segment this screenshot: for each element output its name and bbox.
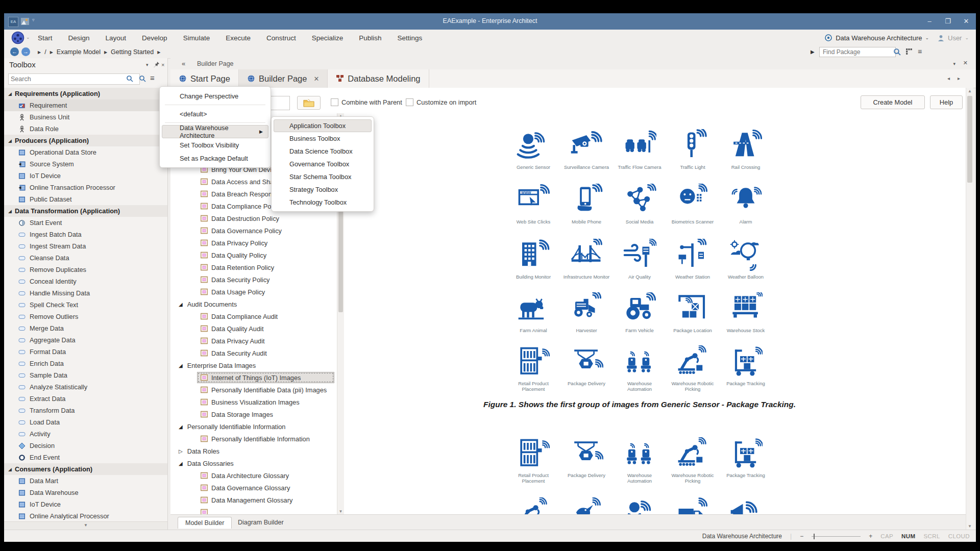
diagram-image[interactable]: Alarm (719, 184, 772, 224)
ribbon-tab-start[interactable]: Start (37, 33, 54, 43)
submenu-item[interactable]: Strategy Toolbox (274, 183, 372, 196)
toolbox-item[interactable]: IoT Device (4, 498, 167, 510)
tree-item[interactable]: Data Management Glossary (170, 494, 344, 506)
tree-item[interactable]: Data Usage Policy (170, 286, 344, 298)
toolbox-item[interactable]: Data Warehouse (4, 487, 167, 498)
tree-item[interactable]: Data Architecture Glossary (170, 469, 344, 482)
toolbox-item[interactable]: Source System (4, 158, 167, 170)
diagram-scrollbar-thumb[interactable] (967, 96, 972, 183)
toolbox-item[interactable]: Format Data (4, 346, 167, 358)
tree-item[interactable]: Personally Identifiable Information (170, 433, 344, 445)
diagram-image[interactable]: Farm Vehicle (613, 292, 666, 333)
toolbox-item[interactable]: Ingest Stream Data (4, 240, 167, 252)
tree-item[interactable]: Internet of Things (IoT) Images (170, 371, 344, 384)
toolbox-item[interactable]: Load Data (4, 416, 167, 428)
diagram-image[interactable]: Weather Balloon (719, 239, 772, 280)
toolbox-item[interactable]: Operational Data Store (4, 146, 167, 158)
user-menu[interactable]: User (948, 34, 962, 42)
customize-on-import-checkbox[interactable]: Customize on import (406, 98, 476, 106)
toolbox-item[interactable]: Activity (4, 428, 167, 440)
toolbox-item[interactable]: Conceal Identity (4, 276, 167, 287)
tab-scroll-left-icon[interactable]: ◂ (947, 76, 950, 81)
menu-item[interactable]: <default> (162, 107, 268, 120)
toolbox-item[interactable]: Online Analytical Processor (4, 510, 167, 522)
document-tab[interactable]: Start Page (170, 69, 239, 88)
toolbox-item[interactable]: Remove Duplicates (4, 264, 167, 276)
zoom-in-button[interactable]: + (869, 533, 872, 540)
close-button[interactable]: ✕ (959, 16, 974, 27)
collapse-pane-icon[interactable]: « (182, 60, 185, 67)
diagram-image[interactable]: Social Media (613, 184, 666, 224)
breadcrumb-item[interactable]: Getting Started (111, 48, 154, 56)
zoom-out-button[interactable]: − (800, 533, 803, 540)
ea-logo-icon[interactable] (11, 31, 24, 44)
submenu-item[interactable]: Business Toolbox (274, 132, 372, 145)
tree-item[interactable]: Data Governance Policy (170, 224, 344, 237)
checkbox-box[interactable] (331, 98, 338, 106)
menu-item[interactable]: Set as Package Default (162, 152, 268, 165)
menu-item[interactable]: Set Toolbox Visibility (162, 138, 268, 152)
tree-item[interactable]: Data Storage Images (170, 408, 344, 420)
diagram-image[interactable]: Building Monitor (507, 239, 560, 280)
ribbon-tab-settings[interactable]: Settings (397, 33, 424, 43)
toolbox-item[interactable]: Ingest Batch Data (4, 229, 167, 240)
breadcrumb-item[interactable]: Example Model (57, 48, 101, 56)
logo-dropdown-icon[interactable]: ⌄ (26, 35, 30, 40)
diagram-image[interactable]: Warehouse Robotic Picking (666, 345, 719, 392)
ribbon-tab-execute[interactable]: Execute (225, 33, 252, 43)
submenu-item[interactable]: Technology Toolbox (274, 196, 372, 209)
ribbon-tab-specialize[interactable]: Specialize (311, 33, 345, 43)
toolbox-item[interactable]: Start Event (4, 217, 167, 229)
diagram-image[interactable]: Warehouse Robotic Picking (666, 437, 719, 484)
document-tab[interactable]: Database Modeling (328, 69, 429, 88)
diagram-image[interactable]: Biometrics Scanner (666, 184, 719, 224)
tree-group[interactable]: ◢Personally Identifiable Information (170, 420, 344, 433)
ribbon-tab-develop[interactable]: Develop (141, 33, 168, 43)
tree-item[interactable]: Data Privacy Audit (170, 335, 344, 347)
document-tab[interactable]: Builder Page✕ (239, 69, 328, 88)
diagram-image[interactable]: Warehouse Automation (613, 345, 666, 392)
maximize-button[interactable]: ❐ (940, 16, 955, 27)
toolbox-close-icon[interactable]: × (161, 62, 164, 68)
diagram-image[interactable]: Package Delivery (560, 437, 613, 484)
ribbon-tab-design[interactable]: Design (67, 33, 91, 43)
toolbox-item[interactable]: Enrich Data (4, 358, 167, 369)
diagram-image[interactable]: WWWWeb Site Clicks (507, 184, 560, 224)
diagram-image[interactable]: Harvester (560, 292, 613, 333)
tree-group[interactable]: ◢Audit Documents (170, 298, 344, 310)
menu-item[interactable]: Data Warehouse Architecture▶ (162, 125, 268, 138)
diagram-image[interactable]: Mobile Phone (560, 184, 613, 224)
toolbox-item[interactable]: Merge Data (4, 322, 167, 334)
package-browser-icon[interactable] (905, 48, 913, 56)
diagram-image[interactable]: Package Delivery (560, 345, 613, 392)
diagram-image[interactable]: Rail Crossing (719, 129, 772, 170)
collapse-arrow-icon[interactable]: ◢ (179, 363, 183, 368)
tree-group[interactable]: ◢Data Glossaries (170, 457, 344, 469)
checkbox-box[interactable] (406, 98, 413, 106)
toolbox-item[interactable]: Data Mart (4, 475, 167, 487)
pin-icon[interactable] (154, 61, 160, 68)
user-chevron-icon[interactable]: ⌄ (965, 35, 969, 40)
tree-item[interactable]: Data Quality Audit (170, 322, 344, 335)
diagram-image[interactable]: Surveillance Camera (560, 129, 613, 170)
ribbon-tab-publish[interactable]: Publish (358, 33, 382, 43)
create-model-button[interactable]: Create Model (861, 95, 925, 109)
diagram-image[interactable]: Farm Animal (507, 292, 560, 333)
diagram-scroll-down-icon[interactable]: ▼ (966, 524, 973, 529)
minimize-button[interactable]: – (922, 16, 937, 27)
diagram-image[interactable]: Traffic Flow Camera (613, 129, 666, 170)
collapse-arrow-icon[interactable]: ◢ (179, 424, 183, 430)
tree-item[interactable]: Data Privacy Policy (170, 237, 344, 249)
tree-item[interactable]: Data Destruction Policy (170, 212, 344, 224)
back-button[interactable]: ← (10, 47, 19, 56)
diagram-image[interactable]: Warehouse Stock (719, 292, 772, 333)
diagram-image[interactable]: Package Tracking (719, 437, 772, 484)
bottom-tab-diagram-builder[interactable]: Diagram Builder (231, 517, 291, 528)
zoom-slider[interactable] (812, 533, 861, 539)
collapse-arrow-icon[interactable]: ◢ (179, 302, 183, 307)
expand-arrow-icon[interactable]: ▷ (179, 448, 183, 454)
pane-dropdown-icon[interactable]: ▾ (953, 61, 955, 66)
diagram-scroll-up-icon[interactable]: ▲ (966, 89, 973, 93)
tree-group[interactable]: ▷Data Roles (170, 445, 344, 457)
tree-item[interactable]: Data Security Policy (170, 273, 344, 286)
